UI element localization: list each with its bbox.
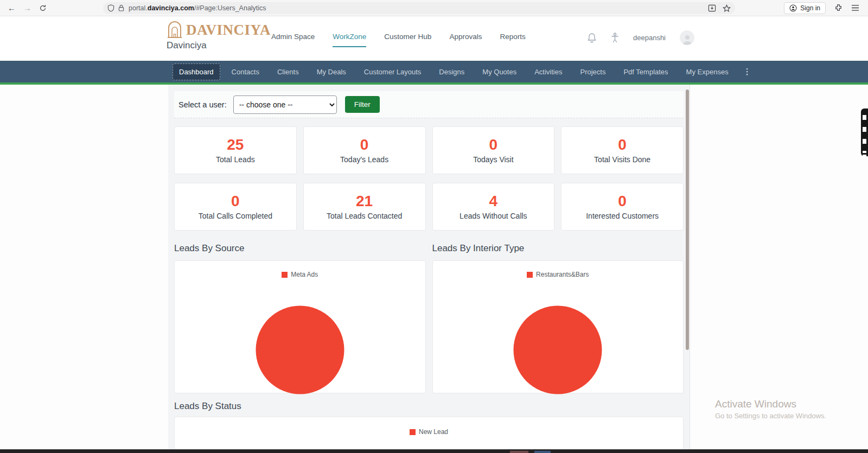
charts-row: Leads By Source Meta Ads Leads By Interi…: [174, 236, 684, 393]
legend-swatch-icon: [410, 429, 416, 435]
stat-card-total-calls-completed: 0 Total Calls Completed: [174, 183, 297, 231]
username-label[interactable]: deepanshi: [633, 34, 666, 42]
user-filter-bar: Select a user: -- choose one -- Filter: [174, 91, 684, 118]
activate-windows-watermark: Activate Windows Go to Settings to activ…: [715, 398, 826, 420]
browser-menu-icon[interactable]: [851, 4, 859, 11]
stat-value: 4: [489, 193, 498, 210]
avatar-silhouette-icon: [681, 33, 693, 45]
tab-activities[interactable]: Activities: [528, 63, 569, 80]
stat-label: Total Visits Done: [594, 155, 650, 164]
stat-value: 0: [489, 137, 498, 154]
chart-leads-by-interior-type: Leads By Interior Type Restaurants&Bars: [432, 236, 684, 393]
user-select-dropdown[interactable]: -- choose one --: [233, 95, 337, 114]
pie-chart-panel: New Lead: [174, 417, 684, 452]
top-navigation: Admin Space WorkZone Customer Hub Approv…: [271, 33, 526, 47]
browser-back-icon[interactable]: ←: [8, 4, 16, 12]
stat-card-total-leads: 25 Total Leads: [174, 126, 297, 174]
tab-projects[interactable]: Projects: [573, 63, 612, 80]
side-tab-stripe: [863, 127, 866, 132]
brand-logo[interactable]: DAVINCIYA Davinciya: [167, 21, 271, 51]
stat-label: Todays Visit: [473, 155, 513, 164]
stat-label: Interested Customers: [586, 212, 659, 220]
side-tab-stripe: [863, 139, 866, 144]
extensions-puzzle-icon[interactable]: [834, 4, 843, 12]
watermark-subtitle: Go to Settings to activate Windows.: [715, 412, 826, 420]
account-icon: [789, 4, 797, 12]
tab-my-expenses[interactable]: My Expenses: [680, 63, 735, 80]
stat-value: 0: [618, 193, 627, 210]
dashboard-content: Select a user: -- choose one -- Filter 2…: [168, 85, 690, 449]
favorite-star-icon[interactable]: [723, 4, 731, 12]
chart-legend[interactable]: Meta Ads: [175, 271, 425, 278]
chart-legend[interactable]: Restaurants&Bars: [433, 271, 684, 278]
chart-title: Leads By Status: [174, 401, 684, 412]
pie-chart-panel: Meta Ads: [174, 260, 426, 393]
browser-forward-icon[interactable]: →: [23, 4, 31, 12]
chart-title: Leads By Interior Type: [432, 243, 684, 254]
module-navbar: Dashboard Contacts Clients My Deals Cust…: [0, 61, 868, 82]
site-header: DAVINCIYA Davinciya Admin Space WorkZone…: [0, 16, 868, 61]
stat-card-leads-without-calls: 4 Leads Without Calls: [432, 183, 555, 231]
sign-in-label: Sign in: [800, 4, 820, 12]
legend-swatch-icon: [527, 272, 533, 278]
stats-row-2: 0 Total Calls Completed 21 Total Leads C…: [174, 183, 684, 231]
stat-value: 25: [227, 137, 244, 154]
sign-in-button[interactable]: Sign in: [784, 2, 826, 14]
legend-swatch-icon: [282, 272, 288, 278]
chart-leads-by-status: Leads By Status New Lead: [174, 401, 684, 452]
brand-name: Davinciya: [167, 40, 271, 51]
tab-customer-layouts[interactable]: Customer Layouts: [358, 63, 428, 80]
nav-reports[interactable]: Reports: [500, 33, 525, 47]
tab-dashboard[interactable]: Dashboard: [173, 63, 220, 80]
browser-refresh-icon[interactable]: [39, 4, 47, 12]
tab-my-quotes[interactable]: My Quotes: [476, 63, 523, 80]
windows-taskbar-sliver[interactable]: [0, 449, 868, 453]
user-avatar[interactable]: [680, 30, 694, 45]
chart-title: Leads By Source: [174, 243, 426, 254]
stat-card-interested-customers: 0 Interested Customers: [561, 183, 684, 231]
save-to-collections-icon[interactable]: [708, 4, 716, 12]
stat-card-total-visits-done: 0 Total Visits Done: [561, 126, 684, 174]
nav-approvals[interactable]: Approvals: [449, 33, 482, 47]
tab-designs[interactable]: Designs: [432, 63, 471, 80]
lock-icon[interactable]: [118, 4, 124, 11]
select-user-label: Select a user:: [178, 100, 227, 109]
tab-clients[interactable]: Clients: [271, 63, 305, 80]
tab-my-deals[interactable]: My Deals: [310, 63, 353, 80]
filter-button[interactable]: Filter: [345, 96, 380, 113]
stat-label: Today's Leads: [340, 155, 388, 164]
more-tabs-icon[interactable]: ⋮: [743, 67, 751, 76]
stat-label: Total Leads: [216, 155, 255, 164]
pie-slice-meta-ads[interactable]: [256, 306, 344, 394]
chart-legend[interactable]: New Lead: [175, 428, 683, 436]
chart-leads-by-source: Leads By Source Meta Ads: [174, 236, 426, 393]
tab-contacts[interactable]: Contacts: [225, 63, 266, 80]
stat-value: 0: [231, 193, 240, 210]
content-scrollbar[interactable]: [686, 90, 689, 350]
stat-value: 0: [618, 137, 627, 154]
stat-label: Leads Without Calls: [459, 212, 527, 220]
legend-label: Meta Ads: [291, 271, 318, 278]
taskbar-icon-sliver: [510, 451, 528, 453]
legend-label: Restaurants&Bars: [536, 271, 589, 278]
stat-card-todays-leads: 0 Today's Leads: [303, 126, 426, 174]
logo-wordmark: DAVINCIYA: [186, 22, 271, 39]
watermark-title: Activate Windows: [715, 398, 826, 410]
browser-toolbar: ← → portal.davinciya.com/#Page:Users_Ana…: [0, 0, 868, 16]
nav-admin-space[interactable]: Admin Space: [271, 33, 315, 47]
address-bar[interactable]: portal.davinciya.com/#Page:Users_Analyti…: [103, 2, 735, 14]
pie-chart-panel: Restaurants&Bars: [432, 260, 684, 393]
tab-pdf-templates[interactable]: Pdf Templates: [617, 63, 674, 80]
pie-slice-restaurants-bars[interactable]: [514, 306, 602, 394]
notifications-bell-icon[interactable]: [587, 33, 597, 43]
stat-label: Total Calls Completed: [199, 212, 272, 220]
nav-customer-hub[interactable]: Customer Hub: [384, 33, 431, 47]
feedback-side-tab[interactable]: [861, 109, 868, 156]
nav-workzone[interactable]: WorkZone: [333, 33, 366, 47]
taskbar-icon-sliver: [534, 451, 551, 453]
arch-logo-icon: [167, 21, 183, 39]
side-tab-stripe: [863, 155, 866, 157]
tracking-shield-icon[interactable]: [107, 4, 114, 12]
stat-card-total-leads-contacted: 21 Total Leads Contacted: [303, 183, 426, 231]
accessibility-icon[interactable]: [611, 33, 619, 43]
